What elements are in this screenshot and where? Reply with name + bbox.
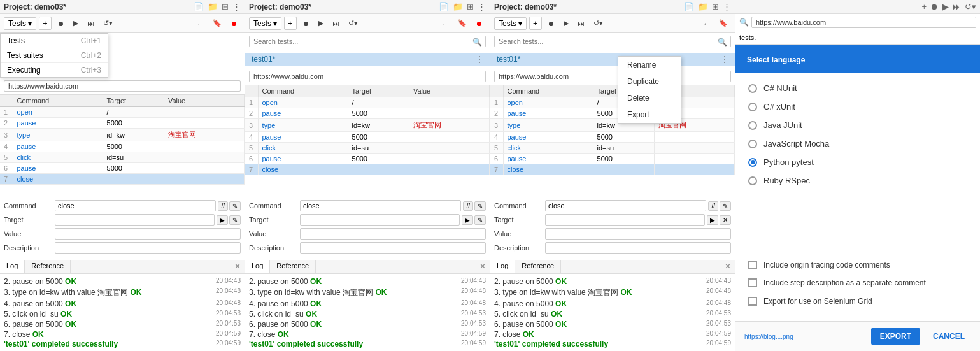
table-row[interactable]: 3typeid=kw淘宝官网 (0, 129, 245, 141)
grid-icon[interactable]: ⊞ (222, 2, 229, 11)
target-btn2-2[interactable]: ✎ (474, 215, 486, 225)
play-button-2[interactable]: ▶ (315, 17, 327, 29)
url-input-4[interactable] (751, 17, 976, 28)
table-row[interactable]: 6pause5000 (0, 163, 245, 174)
step-button-3[interactable]: ⏭ (574, 18, 588, 29)
table-row[interactable]: 3typeid=kw淘宝官网 (490, 119, 735, 132)
command-select[interactable]: close (55, 200, 216, 211)
log-tab-reference-2[interactable]: Reference (270, 260, 316, 273)
folder-icon[interactable]: 📁 (208, 2, 218, 11)
step-button-2[interactable]: ⏭ (329, 18, 343, 29)
url-input-2[interactable] (249, 71, 486, 82)
bookmark-button-2[interactable]: 🔖 (455, 17, 470, 29)
record-button-3[interactable]: ⏺ (544, 18, 558, 29)
checkbox-row-0[interactable]: Include origin tracing code comments (748, 260, 967, 271)
grid-icon-2[interactable]: ⊞ (467, 2, 474, 11)
add-test-button-3[interactable]: + (529, 17, 542, 30)
refresh-button[interactable]: ↺▾ (100, 17, 116, 29)
back-button-2[interactable]: ← (439, 17, 452, 29)
search-input-3[interactable] (494, 36, 731, 47)
cancel-button[interactable]: CANCEL (927, 328, 971, 345)
dots-icon-2[interactable]: ⋮ (478, 2, 486, 11)
checkbox-row-2[interactable]: Export for use on Selenium Grid (748, 296, 967, 307)
target-btn2-3[interactable]: ✕ (720, 215, 731, 225)
add-test-button[interactable]: + (39, 17, 52, 30)
target-input-2[interactable] (303, 216, 457, 224)
log-close-btn-2[interactable]: ✕ (476, 260, 490, 273)
desc-input-2[interactable] (303, 244, 483, 252)
file-new-icon-2[interactable]: 📄 (439, 2, 449, 11)
plus-icon-4[interactable]: + (921, 2, 927, 11)
export-button[interactable]: EXPORT (871, 328, 920, 345)
context-menu-delete[interactable]: Delete (618, 90, 681, 106)
table-row[interactable]: 1open/ (490, 97, 735, 108)
log-tab-reference[interactable]: Reference (25, 260, 71, 273)
slash-btn-2[interactable]: // (463, 201, 473, 211)
checkbox-row-1[interactable]: Include step description as a separate c… (748, 278, 967, 289)
test-item-2[interactable]: test01* ⋮ (245, 53, 490, 66)
table-row[interactable]: 5clickid=su (0, 152, 245, 163)
test-item-dots-3[interactable]: ⋮ (721, 55, 728, 64)
desc-input-3[interactable] (548, 244, 728, 252)
table-row[interactable]: 2pause5000 (245, 108, 490, 119)
menu-item-testsuites[interactable]: Test suitesCtrl+2 (1, 48, 108, 63)
table-row[interactable]: 1open/ (245, 97, 490, 108)
log-close-btn[interactable]: ✕ (231, 260, 245, 273)
folder-icon-3[interactable]: 📁 (698, 2, 708, 11)
log-tab-log-2[interactable]: Log (245, 260, 270, 273)
context-menu-rename[interactable]: Rename (618, 57, 681, 73)
menu-item-executing[interactable]: ExecutingCtrl+3 (1, 63, 108, 77)
play-button-3[interactable]: ▶ (560, 17, 572, 29)
record-icon-4[interactable]: ⏺ (930, 2, 939, 11)
table-row[interactable]: 2pause5000 (490, 108, 735, 119)
test-item-dots-2[interactable]: ⋮ (476, 55, 483, 64)
language-option-4[interactable]: Python pytest (748, 157, 967, 167)
table-row[interactable]: 5clickid=su (245, 143, 490, 154)
tests-dropdown[interactable]: Tests ▾ (4, 17, 36, 30)
menu-item-tests[interactable]: TestsCtrl+1 (1, 34, 108, 48)
search-input-2[interactable] (249, 36, 486, 47)
context-menu-duplicate[interactable]: Duplicate (618, 73, 681, 90)
test-item-3[interactable]: test01* ⋮ (490, 53, 735, 66)
tests-dropdown-2[interactable]: Tests ▾ (249, 17, 281, 30)
step-button[interactable]: ⏭ (84, 18, 97, 29)
language-option-0[interactable]: C# NUnit (748, 83, 967, 93)
tests-dropdown-3[interactable]: Tests ▾ (494, 17, 527, 30)
target-btn1-2[interactable]: ▶ (462, 215, 473, 225)
refresh-button-2[interactable]: ↺▾ (345, 17, 361, 29)
table-row[interactable]: 7close (0, 174, 245, 185)
folder-icon-2[interactable]: 📁 (453, 2, 463, 11)
edit-btn-2[interactable]: ✎ (474, 201, 486, 211)
edit-btn-3[interactable]: ✎ (720, 201, 731, 211)
back-button[interactable]: ← (194, 17, 207, 29)
dots-icon-3[interactable]: ⋮ (723, 2, 731, 11)
grid-icon-3[interactable]: ⊞ (712, 2, 719, 11)
table-row[interactable]: 6pause5000 (245, 154, 490, 164)
log-tab-log-3[interactable]: Log (490, 260, 515, 273)
target-input[interactable] (58, 216, 211, 224)
language-option-1[interactable]: C# xUnit (748, 102, 967, 111)
target-btn1[interactable]: ▶ (217, 215, 228, 225)
table-row[interactable]: 4pause5000 (245, 132, 490, 143)
table-row[interactable]: 6pause5000 (490, 154, 735, 164)
slash-btn[interactable]: // (218, 201, 228, 211)
add-test-button-2[interactable]: + (284, 17, 297, 30)
refresh-icon-4[interactable]: ↺▾ (965, 2, 976, 11)
slash-btn-3[interactable]: // (708, 201, 718, 211)
record-red-button[interactable]: ⏺ (227, 17, 241, 29)
table-row[interactable]: 1open/ (0, 107, 245, 118)
target-btn2[interactable]: ✎ (229, 215, 241, 225)
log-close-btn-3[interactable]: ✕ (721, 260, 735, 273)
refresh-button-3[interactable]: ↺▾ (590, 17, 606, 29)
command-select-2[interactable]: close (300, 200, 461, 211)
command-select-3[interactable]: close (545, 200, 706, 211)
file-new-icon[interactable]: 📄 (194, 2, 204, 11)
target-btn1-3[interactable]: ▶ (707, 215, 718, 225)
log-tab-reference-3[interactable]: Reference (515, 260, 561, 273)
language-option-5[interactable]: Ruby RSpec (748, 176, 967, 185)
table-row[interactable]: 3typeid=kw淘宝官网 (245, 119, 490, 132)
url-input-1[interactable] (4, 80, 241, 92)
value-input[interactable] (58, 230, 238, 238)
language-option-3[interactable]: JavaScript Mocha (748, 139, 967, 148)
table-row[interactable]: 7close (245, 164, 490, 175)
